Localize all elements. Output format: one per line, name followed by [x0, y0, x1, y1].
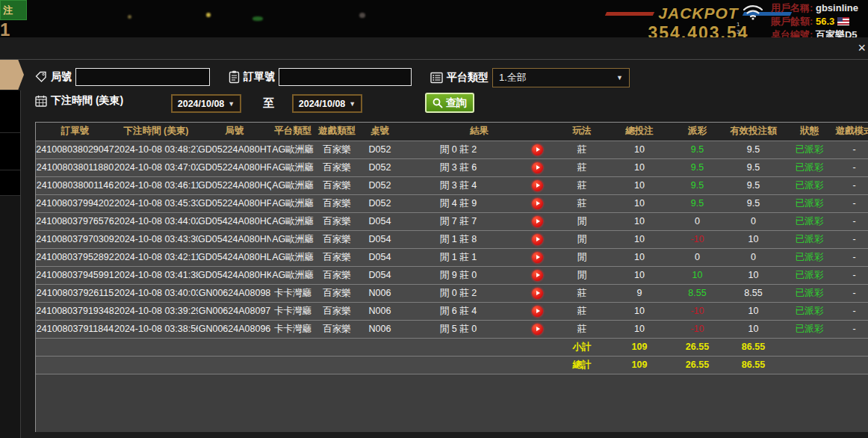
- status-cell: 已派彩: [785, 158, 834, 176]
- calendar-icon: [35, 95, 47, 107]
- table-no-cell: D054: [359, 212, 400, 230]
- replay-cell: [516, 230, 558, 248]
- result-cell: 閒 1 莊 8: [400, 230, 516, 248]
- game-type-cell: 百家樂: [314, 320, 359, 338]
- result-cell: 閒 0 莊 2: [400, 141, 516, 158]
- order-input[interactable]: [279, 68, 412, 86]
- table-body: 2410080380290472024-10-08 03:48:27GD0522…: [36, 141, 868, 374]
- order-cell: 241008037919348: [36, 302, 114, 320]
- result-cell: 閒 3 莊 4: [400, 176, 516, 194]
- date-from-picker[interactable]: 2024/10/08 ▼: [171, 94, 241, 113]
- valid-bet-cell: 9.5: [722, 194, 785, 212]
- column-header: 下注時間 (美東): [114, 123, 198, 141]
- game-type-cell: 百家樂: [314, 284, 359, 302]
- table-no-cell: D054: [359, 266, 400, 284]
- valid-bet-cell: 8.55: [722, 284, 785, 302]
- game-type-cell: 百家樂: [314, 212, 359, 230]
- play-icon[interactable]: [532, 162, 543, 173]
- total-bet-cell: 9: [606, 284, 673, 302]
- bet-time-cell: 2024-10-08 03:46:11: [114, 176, 198, 194]
- round-filter: 局號: [35, 68, 210, 86]
- play-icon[interactable]: [532, 324, 543, 335]
- column-header: 有效投注額: [722, 123, 785, 141]
- game-mode-cell: -: [834, 266, 868, 284]
- valid-bet-cell: 10: [722, 266, 785, 284]
- play-icon[interactable]: [532, 306, 543, 317]
- replay-cell: [516, 284, 558, 302]
- play-icon[interactable]: [532, 252, 543, 263]
- play-icon[interactable]: [532, 270, 543, 281]
- play-type-cell: 閒: [558, 230, 606, 248]
- game-mode-cell: -: [834, 212, 868, 230]
- bet-time-cell: 2024-10-08 03:45:33: [114, 194, 198, 212]
- close-icon[interactable]: ×: [858, 41, 866, 55]
- round-cell: GD05224A080HP: [198, 194, 271, 212]
- order-cell: 241008037926115: [36, 284, 114, 302]
- table-row: 2410080379528922024-10-08 03:42:11GD0542…: [36, 248, 868, 266]
- valid-bet-cell: 10: [722, 320, 785, 338]
- sidebar-tile[interactable]: [0, 133, 20, 170]
- date-to-label: 至: [263, 96, 274, 111]
- platform-cell: 卡卡灣廳: [271, 320, 314, 338]
- table-row: 2410080380011462024-10-08 03:46:11GD0522…: [36, 176, 868, 194]
- play-icon[interactable]: [532, 288, 543, 299]
- table-light-dot: [128, 15, 131, 19]
- round-cell: GD05424A080HN: [198, 230, 271, 248]
- game-type-cell: 百家樂: [314, 194, 359, 212]
- payout-cell: 9.5: [673, 176, 722, 194]
- play-icon[interactable]: [532, 144, 543, 155]
- payout-cell: 0: [673, 212, 722, 230]
- table-row: 2410080380118802024-10-08 03:47:02GD0522…: [36, 158, 868, 176]
- order-cell: 241008037952892: [36, 248, 114, 266]
- result-cell: 閒 1 莊 1: [400, 248, 516, 266]
- platform-cell: AG歐洲廳: [271, 212, 314, 230]
- valid-bet-cell: 0: [722, 212, 785, 230]
- order-cell: 241008038001146: [36, 176, 114, 194]
- round-cell: GN00624A08098: [198, 284, 271, 302]
- result-cell: 閒 3 莊 6: [400, 158, 516, 176]
- user-name-label: 用戶名稱:: [771, 2, 813, 13]
- game-mode-cell: -: [834, 194, 868, 212]
- round-cell: GD05424A080HK: [198, 266, 271, 284]
- sidebar-tile[interactable]: [0, 90, 20, 133]
- date-to-picker[interactable]: 2024/10/08 ▼: [292, 94, 362, 113]
- payout-cell: -10: [673, 302, 722, 320]
- play-icon[interactable]: [532, 234, 543, 245]
- play-type-cell: 閒: [558, 212, 606, 230]
- search-button[interactable]: 查詢: [425, 93, 474, 113]
- play-icon[interactable]: [532, 216, 543, 227]
- column-header: 遊戲類型: [314, 123, 359, 141]
- column-header: 平台類型: [271, 123, 314, 141]
- summary-total-bet-cell: 109: [606, 338, 673, 356]
- game-type-cell: 百家樂: [314, 141, 359, 158]
- valid-bet-cell: 9.5: [722, 158, 785, 176]
- table-no-cell: D052: [359, 176, 400, 194]
- order-cell: 241008037994202: [36, 194, 114, 212]
- play-type-cell: 莊: [558, 302, 606, 320]
- play-icon[interactable]: [532, 180, 543, 191]
- payout-cell: -10: [673, 230, 722, 248]
- status-cell: 已派彩: [785, 266, 834, 284]
- replay-cell: [516, 141, 558, 158]
- order-cell: 241008038029047: [36, 141, 114, 158]
- column-header: 遊戲模式: [834, 123, 868, 141]
- column-header: 狀態: [785, 123, 834, 141]
- bet-time-cell: 2024-10-08 03:43:30: [114, 230, 198, 248]
- table-no-cell: D052: [359, 194, 400, 212]
- wifi-icon: [742, 3, 764, 21]
- game-mode-cell: -: [834, 284, 868, 302]
- bet-time-cell: 2024-10-08 03:44:02: [114, 212, 198, 230]
- total-bet-cell: 10: [606, 230, 673, 248]
- table-no-cell: N006: [359, 320, 400, 338]
- round-input[interactable]: [75, 68, 210, 86]
- result-cell: 閒 4 莊 9: [400, 194, 516, 212]
- table-light-dot: [359, 13, 365, 18]
- platform-select[interactable]: 1.全部 ▼: [492, 68, 630, 87]
- result-cell: 閒 0 莊 2: [400, 284, 516, 302]
- payout-cell: 8.55: [673, 284, 722, 302]
- search-icon: [433, 98, 443, 108]
- date-to-value: 2024/10/08: [299, 99, 346, 109]
- total-bet-cell: 10: [606, 266, 673, 284]
- play-icon[interactable]: [532, 198, 543, 209]
- sidebar-tile[interactable]: [0, 170, 20, 196]
